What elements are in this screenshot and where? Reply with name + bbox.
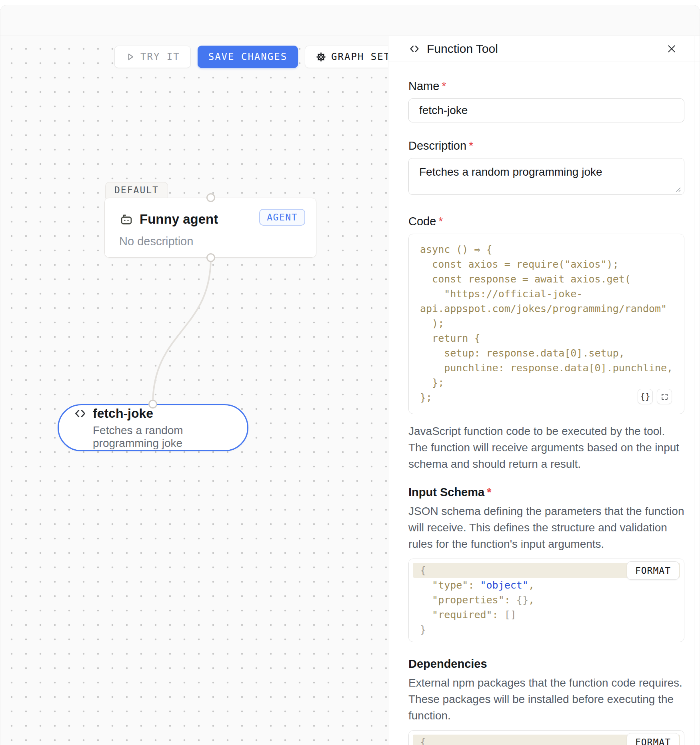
tool-node-description: Fetches a random programming joke: [93, 424, 247, 450]
tool-node-top-handle[interactable]: [148, 400, 157, 409]
agent-type-badge: AGENT: [259, 209, 305, 226]
dependencies-editor[interactable]: { "axios": "1.11.0"} FORMAT: [408, 730, 684, 745]
format-dependencies-button[interactable]: FORMAT: [627, 733, 679, 745]
name-input[interactable]: [408, 98, 684, 122]
agent-node-bottom-handle[interactable]: [206, 253, 215, 262]
required-asterisk: *: [442, 80, 446, 92]
panel-title: Function Tool: [427, 42, 660, 56]
graph-settings-label: GRAPH SETTINGS: [331, 51, 388, 62]
input-schema-help-text: JSON schema defining the parameters that…: [408, 503, 684, 552]
description-textarea[interactable]: Fetches a random programming joke: [408, 158, 684, 195]
dependencies-help-text: External npm packages that the function …: [408, 675, 684, 724]
panel-body: Name* Description* Fetches a random prog…: [388, 80, 700, 745]
edge-agent-to-tool[interactable]: [0, 36, 388, 745]
format-schema-button[interactable]: FORMAT: [627, 561, 679, 580]
description-label: Description*: [408, 139, 684, 152]
name-label: Name*: [408, 80, 684, 93]
braces-icon: {}: [640, 392, 650, 401]
input-schema-editor[interactable]: { "type": "object", "properties": {}, "r…: [408, 559, 684, 642]
code-editor-content: async () ⇒ { const axios = require("axio…: [409, 242, 684, 405]
dependencies-label: Dependencies: [408, 657, 684, 671]
tool-node-header: fetch-joke: [73, 406, 247, 421]
code-editor[interactable]: async () ⇒ { const axios = require("axio…: [408, 234, 684, 414]
graph-settings-button[interactable]: GRAPH SETTINGS: [305, 46, 388, 68]
required-asterisk: *: [438, 215, 443, 228]
agent-node-title: Funny agent: [140, 212, 218, 227]
code-label: Code*: [408, 215, 684, 228]
required-asterisk: *: [469, 139, 473, 152]
main-area: TRY IT SAVE CHANGES: [0, 36, 700, 745]
save-changes-label: SAVE CHANGES: [208, 51, 287, 62]
flow-canvas[interactable]: TRY IT SAVE CHANGES: [0, 36, 388, 745]
expand-editor-button[interactable]: [657, 389, 672, 404]
function-tool-panel: Function Tool Name* Description* Fetches…: [388, 36, 700, 745]
expand-icon: [661, 393, 668, 401]
app-frame: TRY IT SAVE CHANGES: [0, 5, 700, 745]
save-changes-button[interactable]: SAVE CHANGES: [198, 46, 298, 68]
tool-node-title: fetch-joke: [93, 406, 153, 421]
close-panel-button[interactable]: [666, 43, 677, 54]
panel-header: Function Tool: [388, 36, 700, 62]
agent-node-top-handle[interactable]: [206, 193, 215, 202]
robot-icon: [119, 212, 134, 226]
input-schema-label: Input Schema*: [408, 486, 684, 499]
required-asterisk: *: [487, 486, 491, 499]
code-icon: [73, 407, 87, 421]
canvas-toolbar: TRY IT SAVE CHANGES: [114, 46, 388, 68]
code-help-text: JavaScript function code to be executed …: [408, 423, 684, 472]
agent-group-tab: DEFAULT: [105, 182, 168, 198]
code-icon: [408, 43, 420, 55]
code-editor-actions: {}: [638, 389, 672, 404]
agent-node[interactable]: Funny agent No description AGENT: [104, 198, 316, 258]
close-icon: [666, 43, 677, 54]
tool-node-fetch-joke[interactable]: fetch-joke Fetches a random programming …: [58, 404, 248, 451]
gear-icon: [316, 52, 326, 62]
resize-grip-icon[interactable]: [675, 186, 681, 192]
format-braces-button[interactable]: {}: [638, 389, 653, 404]
top-bar: [0, 5, 700, 36]
play-icon: [125, 52, 136, 62]
try-it-button[interactable]: TRY IT: [114, 46, 191, 68]
try-it-label: TRY IT: [140, 51, 180, 62]
agent-node-description: No description: [119, 235, 316, 248]
